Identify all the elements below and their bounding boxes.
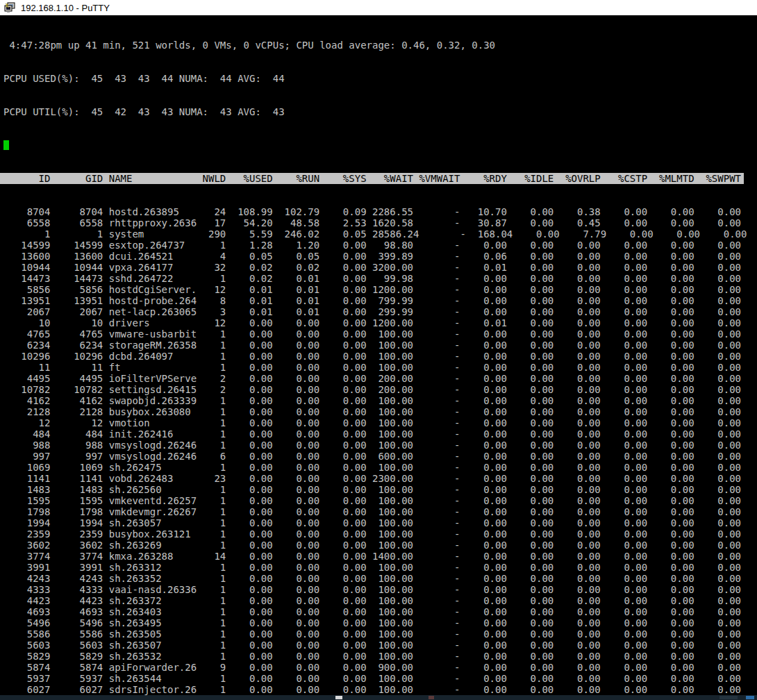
taskbar-app-hint[interactable] (429, 696, 434, 699)
table-row: 4765 4765 vmware-usbarbit 1 0.00 0.00 0.… (3, 328, 757, 340)
table-row: 14473 14473 sshd.264722 1 0.02 0.01 0.00… (3, 273, 757, 284)
table-row: 6234 6234 storageRM.26358 1 0.00 0.00 0.… (3, 340, 757, 351)
taskbar-app-hint[interactable] (719, 696, 738, 699)
table-row: 2067 2067 net-lacp.263065 3 0.01 0.01 0.… (3, 306, 757, 317)
table-row: 10782 10782 settingsd.26415 2 0.00 0.00 … (3, 384, 757, 395)
table-row: 484 484 init.262416 1 0.00 0.00 0.00 100… (3, 428, 757, 440)
table-row: 3774 3774 kmxa.263288 14 0.00 0.00 0.00 … (3, 551, 757, 562)
table-row: 2128 2128 busybox.263080 1 0.00 0.00 0.0… (3, 406, 757, 417)
esxtop-summary-line: 4:47:28pm up 41 min, 521 worlds, 0 VMs, … (3, 40, 757, 51)
table-row: 997 997 vmsyslogd.26246 6 0.00 0.00 0.00… (3, 451, 757, 462)
terminal-screen[interactable]: 4:47:28pm up 41 min, 521 worlds, 0 VMs, … (0, 15, 757, 695)
table-row: 5937 5937 sh.263544 1 0.00 0.00 0.00 100… (3, 673, 757, 684)
cursor-line (3, 140, 757, 151)
taskbar-edge[interactable] (0, 695, 757, 700)
process-table: 8704 8704 hostd.263895 24 108.99 102.79 … (3, 206, 757, 695)
table-row: 13600 13600 dcui.264521 4 0.05 0.05 0.00… (3, 251, 757, 262)
table-row: 10 10 drivers 12 0.00 0.00 0.00 1200.00 … (3, 317, 757, 328)
taskbar-app-hint[interactable] (746, 696, 754, 699)
table-row: 1483 1483 sh.262560 1 0.00 0.00 0.00 100… (3, 484, 757, 495)
table-row: 3602 3602 sh.263269 1 0.00 0.00 0.00 100… (3, 540, 757, 551)
table-row: 12 12 vmotion 1 0.00 0.00 0.00 100.00 - … (3, 417, 757, 428)
table-row: 11 11 ft 1 0.00 0.00 0.00 100.00 - 0.00 … (3, 362, 757, 373)
table-row: 4333 4333 vaai-nasd.26336 1 0.00 0.00 0.… (3, 584, 757, 595)
table-row: 2359 2359 busybox.263121 1 0.00 0.00 0.0… (3, 528, 757, 540)
table-row: 14599 14599 esxtop.264737 1 1.28 1.20 0.… (3, 240, 757, 251)
table-row: 4243 4243 sh.263352 1 0.00 0.00 0.00 100… (3, 573, 757, 584)
table-row: 5829 5829 sh.263532 1 0.00 0.00 0.00 100… (3, 651, 757, 662)
table-row: 4162 4162 swapobjd.263339 1 0.00 0.00 0.… (3, 395, 757, 406)
table-header-row: ID GID NAME NWLD %USED %RUN %SYS %WAIT %… (0, 173, 744, 184)
table-row: 1595 1595 vmkeventd.26257 1 0.00 0.00 0.… (3, 495, 757, 506)
table-row: 10944 10944 vpxa.264177 32 0.02 0.02 0.0… (3, 262, 757, 273)
table-row: 3991 3991 sh.263312 1 0.00 0.00 0.00 100… (3, 562, 757, 573)
terminal-cursor (3, 140, 9, 150)
table-row: 6558 6558 rhttpproxy.2636 17 54.20 48.58… (3, 217, 757, 228)
table-row: 4423 4423 sh.263372 1 0.00 0.00 0.00 100… (3, 595, 757, 606)
table-row: 4693 4693 sh.263403 1 0.00 0.00 0.00 100… (3, 606, 757, 617)
table-row: 5874 5874 apiForwarder.26 9 0.00 0.00 0.… (3, 662, 757, 673)
table-row: 13951 13951 hostd-probe.264 8 0.01 0.01 … (3, 295, 757, 306)
putty-icon (4, 2, 15, 13)
table-row: 1141 1141 vobd.262483 23 0.00 0.00 0.00 … (3, 473, 757, 484)
window-title: 192.168.1.10 - PuTTY (21, 3, 110, 13)
table-row: 8704 8704 hostd.263895 24 108.99 102.79 … (3, 206, 757, 217)
pcpu-used-line: PCPU USED(%): 45 43 43 44 NUMA: 44 AVG: … (3, 73, 757, 84)
taskbar-app-hint[interactable] (335, 696, 342, 699)
table-row: 6027 6027 sdrsInjector.26 1 0.00 0.00 0.… (3, 684, 757, 695)
table-row: 5856 5856 hostdCgiServer. 12 0.01 0.01 0… (3, 284, 757, 295)
table-row: 988 988 vmsyslogd.26246 1 0.00 0.00 0.00… (3, 440, 757, 451)
table-row: 4495 4495 ioFilterVPServe 2 0.00 0.00 0.… (3, 373, 757, 384)
table-row: 1798 1798 vmkdevmgr.26267 1 0.00 0.00 0.… (3, 506, 757, 517)
table-row: 10296 10296 dcbd.264097 1 0.00 0.00 0.00… (3, 351, 757, 362)
pcpu-util-line: PCPU UTIL(%): 45 42 43 43 NUMA: 43 AVG: … (3, 106, 757, 117)
putty-window: 192.168.1.10 - PuTTY 4:47:28pm up 41 min… (0, 0, 757, 700)
table-row: 5603 5603 sh.263507 1 0.00 0.00 0.00 100… (3, 640, 757, 651)
title-bar[interactable]: 192.168.1.10 - PuTTY (0, 0, 757, 15)
table-row: 5586 5586 sh.263505 1 0.00 0.00 0.00 100… (3, 628, 757, 640)
table-row: 1994 1994 sh.263057 1 0.00 0.00 0.00 100… (3, 517, 757, 528)
table-row: 1069 1069 sh.262475 1 0.00 0.00 0.00 100… (3, 462, 757, 473)
table-row: 1 1 system 290 5.59 246.02 0.05 28586.24… (3, 228, 757, 240)
table-row: 5496 5496 sh.263495 1 0.00 0.00 0.00 100… (3, 617, 757, 628)
